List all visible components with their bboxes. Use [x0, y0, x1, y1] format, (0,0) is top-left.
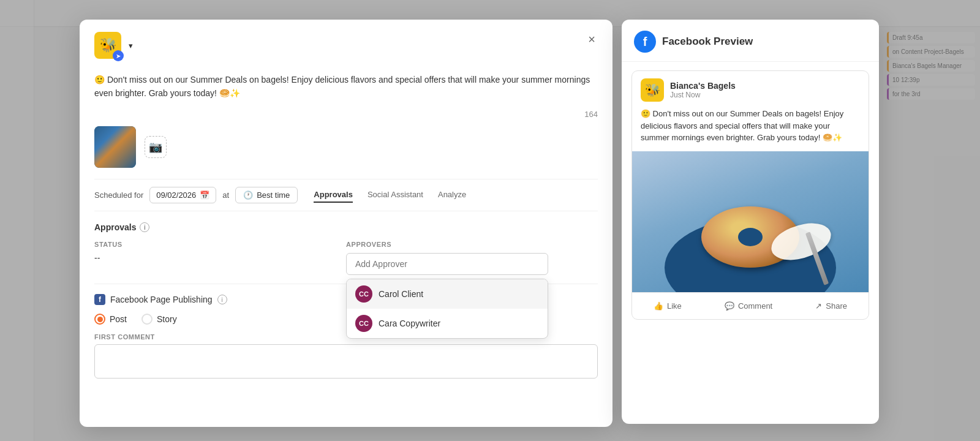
fb-share-button[interactable]: ↗ Share [809, 299, 853, 313]
share-label: Share [826, 301, 847, 311]
facebook-preview-panel: f Facebook Preview 🐝 Bianca's Bagels Jus… [622, 20, 879, 424]
status-column: STATUS -- [94, 241, 346, 275]
fb-preview-title: Facebook Preview [662, 36, 753, 48]
account-dropdown[interactable]: ▾ [126, 41, 133, 50]
fb-card-info: Bianca's Bagels Just Now [670, 81, 736, 99]
like-icon: 👍 [654, 301, 663, 311]
media-row: 📷 [94, 126, 598, 168]
close-button[interactable]: × [583, 31, 600, 48]
approvals-grid: STATUS -- APPROVERS CC Carol Client [94, 241, 598, 275]
post-text: 🙂 Don't miss out on our Summer Deals on … [94, 74, 598, 100]
at-label: at [222, 190, 229, 200]
fb-card-header: 🐝 Bianca's Bagels Just Now [632, 71, 869, 108]
account-logo: 🐝 ➤ [94, 32, 121, 59]
post-radio-dot [97, 317, 103, 322]
modal-body: 🙂 Don't miss out on our Summer Deals on … [80, 67, 612, 381]
best-time-label: Best time [257, 190, 290, 200]
fb-card-post-text: 🙂 Don't miss out on our Summer Deals on … [632, 108, 869, 151]
approver-item-cara[interactable]: CC Cara Copywriter [347, 309, 548, 338]
tab-social-assistant[interactable]: Social Assistant [368, 187, 423, 203]
approvers-column-header: APPROVERS [346, 241, 598, 248]
tab-analyze[interactable]: Analyze [438, 187, 466, 203]
add-approver-input[interactable] [346, 253, 548, 275]
approvals-title: Approvals [94, 222, 136, 232]
fb-post-time: Just Now [670, 91, 736, 99]
publishing-info-icon[interactable]: i [217, 295, 227, 304]
calendar-icon: 📅 [200, 190, 209, 200]
approvals-info-icon[interactable]: i [140, 222, 149, 232]
modal-header: 🐝 ➤ ▾ × [80, 20, 612, 67]
badge-icon: ➤ [116, 53, 121, 59]
like-label: Like [667, 301, 682, 311]
fb-card-actions: 👍 Like 💬 Comment ↗ Share [632, 292, 869, 319]
date-value: 09/02/2026 [156, 190, 196, 200]
publishing-title: Facebook Page Publishing [110, 295, 213, 304]
story-radio-label-text: Story [157, 314, 177, 324]
fb-card-image [632, 151, 869, 292]
camera-icon: 📷 [149, 140, 162, 154]
fb-page-name: Bianca's Bagels [670, 81, 736, 91]
approvals-section: Approvals i STATUS -- APPROVERS CC C [94, 211, 598, 275]
post-radio-label-text: Post [110, 314, 127, 324]
tab-bar: Approvals Social Assistant Analyze [314, 187, 466, 203]
schedule-row: Scheduled for 09/02/2026 📅 at 🕐 Best tim… [94, 179, 598, 211]
fb-preview-header: f Facebook Preview [622, 20, 879, 62]
carol-avatar: CC [355, 285, 372, 303]
story-radio-circle [141, 314, 153, 325]
post-radio-label[interactable]: Post [94, 314, 127, 325]
share-icon: ↗ [815, 301, 822, 311]
tab-approvals[interactable]: Approvals [314, 187, 353, 203]
logo-emoji: 🐝 [100, 37, 116, 53]
cara-name: Cara Copywriter [379, 318, 440, 328]
cara-avatar: CC [355, 315, 372, 332]
fb-like-button[interactable]: 👍 Like [647, 299, 688, 313]
chevron-down-icon: ▾ [129, 41, 133, 50]
add-media-button[interactable]: 📷 [145, 136, 167, 158]
bagel-thumbnail-image [94, 126, 136, 168]
logo-badge: ➤ [113, 50, 124, 61]
carol-name: Carol Client [379, 289, 423, 299]
facebook-icon: f [94, 294, 105, 305]
approvers-column: APPROVERS CC Carol Client CC Cara Copywr… [346, 241, 598, 275]
status-column-header: STATUS [94, 241, 346, 248]
fb-card-logo: 🐝 [641, 78, 664, 102]
approver-dropdown: CC Carol Client CC Cara Copywriter [346, 279, 548, 339]
approver-item-carol[interactable]: CC Carol Client [347, 279, 548, 309]
approvals-heading: Approvals i [94, 222, 598, 232]
facebook-preview-icon: f [634, 31, 656, 53]
story-radio-label[interactable]: Story [141, 314, 177, 325]
first-comment-input[interactable] [94, 344, 598, 379]
post-radio-circle [94, 314, 105, 325]
media-thumbnail [94, 126, 136, 168]
post-editor-modal: 🐝 ➤ ▾ × 🙂 Don't miss out on our Summer D… [80, 20, 612, 427]
status-value: -- [94, 253, 346, 263]
clock-icon: 🕐 [243, 190, 253, 200]
schedule-date-picker[interactable]: 09/02/2026 📅 [149, 187, 216, 203]
fb-card: 🐝 Bianca's Bagels Just Now 🙂 Don't miss … [631, 70, 869, 320]
comment-icon: 💬 [725, 301, 734, 311]
best-time-button[interactable]: 🕐 Best time [235, 187, 298, 203]
char-count: 164 [94, 110, 598, 119]
comment-label: Comment [738, 301, 772, 311]
scheduled-for-label: Scheduled for [94, 190, 143, 200]
approver-input-container: CC Carol Client CC Cara Copywriter [346, 253, 598, 275]
fb-comment-button[interactable]: 💬 Comment [718, 299, 778, 313]
